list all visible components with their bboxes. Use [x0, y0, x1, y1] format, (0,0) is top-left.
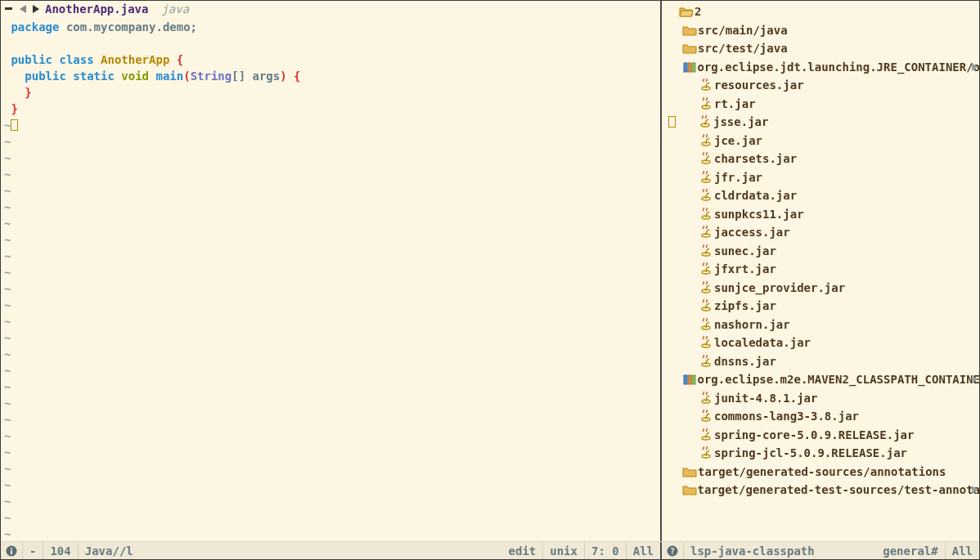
- tree-item[interactable]: sunec.jar: [695, 242, 979, 261]
- tree-label: 2: [695, 2, 701, 21]
- classpath-tree[interactable]: 2src/main/javasrc/test/javaorg.eclipse.j…: [662, 1, 979, 541]
- jar-icon: [698, 171, 714, 184]
- tree-item[interactable]: jce.jar: [695, 132, 979, 150]
- cursor: [11, 119, 18, 131]
- tree-item[interactable]: sunjce_provider.jar: [695, 279, 979, 298]
- tree-item[interactable]: resources.jar: [695, 76, 979, 95]
- jar-icon: [698, 78, 714, 92]
- tree-label: resources.jar: [714, 76, 804, 95]
- jar-icon: [698, 392, 714, 405]
- jar-icon: [698, 336, 714, 349]
- tree-item[interactable]: rt.jar: [695, 95, 979, 114]
- collapse-icon[interactable]: [4, 5, 14, 13]
- classpath-pane: 2src/main/javasrc/test/javaorg.eclipse.j…: [662, 1, 979, 541]
- status-help-icon[interactable]: ?: [662, 542, 684, 559]
- tree-label: charsets.jar: [714, 150, 797, 168]
- status-dash: -: [23, 542, 43, 559]
- jar-icon: [698, 410, 714, 423]
- tree-label: src/main/java: [698, 21, 788, 40]
- status-right-mode: general#: [876, 542, 945, 559]
- status-info-icon[interactable]: [1, 542, 23, 559]
- svg-rect-22: [684, 375, 687, 384]
- status-scroll: All: [627, 542, 660, 559]
- jar-icon: [698, 281, 714, 294]
- folder-icon: [681, 25, 698, 36]
- tree-label: spring-core-5.0.9.RELEASE.jar: [714, 426, 914, 445]
- status-lang: Java//l: [79, 542, 140, 559]
- jar-icon: [698, 134, 714, 147]
- tree-label: sunec.jar: [714, 242, 776, 261]
- tree-item[interactable]: junit-4.8.1.jar: [695, 389, 979, 408]
- tree-item[interactable]: nashorn.jar: [695, 316, 979, 334]
- folder-icon: [681, 466, 698, 477]
- status-count: 104: [43, 542, 78, 559]
- tree-item[interactable]: jfr.jar: [695, 168, 979, 187]
- tree-item[interactable]: src/test/java: [678, 39, 979, 58]
- tree-item[interactable]: org.eclipse.jdt.launching.JRE_CONTAINER/…: [678, 58, 979, 77]
- tree-item[interactable]: spring-core-5.0.9.RELEASE.jar: [695, 426, 979, 445]
- jar-icon: [698, 244, 714, 258]
- jar-icon: [698, 208, 714, 221]
- lib-icon: [681, 374, 697, 385]
- lib-icon: [681, 61, 697, 73]
- jar-icon: [697, 115, 713, 128]
- tree-item[interactable]: src/main/java: [678, 21, 979, 40]
- status-right-title: lsp-java-classpath: [684, 542, 821, 559]
- tree-label: commons-lang3-3.8.jar: [714, 407, 859, 426]
- jar-icon: [698, 262, 714, 276]
- tree-item[interactable]: target/generated-sources/annotations: [678, 463, 979, 482]
- tree-root[interactable]: 2: [662, 2, 979, 21]
- tree-item[interactable]: dnsns.jar: [695, 352, 979, 371]
- status-position: 7: 0: [585, 542, 627, 559]
- tree-item[interactable]: localedata.jar: [695, 334, 979, 352]
- tree-item[interactable]: zipfs.jar: [695, 297, 979, 316]
- svg-rect-30: [11, 550, 12, 554]
- svg-text:?: ?: [670, 547, 675, 556]
- tree-item[interactable]: jfxrt.jar: [695, 260, 979, 279]
- tree-item[interactable]: sunpkcs11.jar: [695, 205, 979, 224]
- jar-icon: [698, 189, 714, 202]
- tree-label: org.eclipse.jdt.launching.JRE_CONTAINER/…: [697, 58, 979, 77]
- tree-item[interactable]: jsse.jar: [695, 113, 979, 132]
- tree-item[interactable]: commons-lang3-3.8.jar: [695, 407, 979, 426]
- jar-icon: [698, 446, 714, 459]
- tree-item[interactable]: target/generated-test-sources/test-annot…: [678, 481, 979, 500]
- tree-label: target/generated-sources/annotations: [698, 463, 946, 482]
- tree-label: jfxrt.jar: [714, 260, 776, 279]
- tree-item[interactable]: org.eclipse.m2e.MAVEN2_CLASSPATH_CONTAIN…: [678, 370, 979, 389]
- svg-marker-1: [20, 5, 26, 13]
- tree-label: rt.jar: [714, 95, 756, 114]
- status-bar: - 104 Java//l edit unix 7: 0 All ? lsp-j…: [1, 541, 979, 559]
- jar-icon: [698, 152, 714, 165]
- tree-label: sunpkcs11.jar: [714, 205, 804, 224]
- nav-back-icon[interactable]: [19, 4, 27, 14]
- folder-icon: [681, 43, 698, 54]
- jar-icon: [698, 299, 714, 312]
- tree-label: dnsns.jar: [714, 352, 776, 371]
- tree-label: jaccess.jar: [714, 223, 790, 242]
- tree-label: junit-4.8.1.jar: [714, 389, 817, 408]
- tree-label: jce.jar: [714, 132, 762, 150]
- code-editor[interactable]: package com.mycompany.demo; public class…: [1, 19, 660, 541]
- svg-rect-23: [688, 375, 691, 384]
- overflow-arrow-icon: [972, 486, 978, 494]
- folder-open-icon: [678, 6, 695, 17]
- tree-label: target/generated-test-sources/test-annot…: [697, 481, 979, 500]
- jar-icon: [698, 355, 714, 368]
- svg-rect-4: [688, 63, 691, 72]
- tree-item[interactable]: spring-jcl-5.0.9.RELEASE.jar: [695, 444, 979, 463]
- tree-label: jsse.jar: [713, 113, 768, 132]
- tree-item[interactable]: charsets.jar: [695, 150, 979, 168]
- folder-icon: [681, 484, 697, 495]
- nav-forward-icon[interactable]: [32, 4, 40, 14]
- status-right-scroll: All: [946, 542, 979, 559]
- svg-rect-5: [692, 63, 695, 72]
- svg-rect-24: [692, 375, 695, 384]
- tree-item[interactable]: jaccess.jar: [695, 223, 979, 242]
- tree-label: src/test/java: [698, 39, 788, 58]
- status-mode: edit: [502, 542, 544, 559]
- svg-rect-31: [11, 548, 12, 549]
- jar-icon: [698, 428, 714, 441]
- tree-item[interactable]: cldrdata.jar: [695, 186, 979, 205]
- svg-rect-3: [684, 63, 687, 72]
